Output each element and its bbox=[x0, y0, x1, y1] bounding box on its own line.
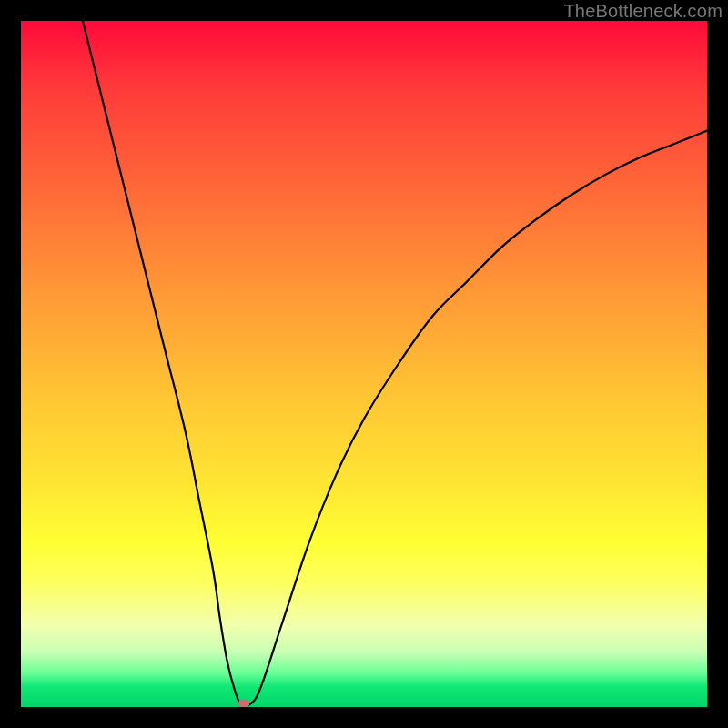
bottleneck-curve bbox=[21, 21, 707, 707]
watermark-text: TheBottleneck.com bbox=[563, 1, 723, 22]
plot-area bbox=[21, 21, 707, 707]
optimal-point-marker bbox=[238, 700, 250, 707]
